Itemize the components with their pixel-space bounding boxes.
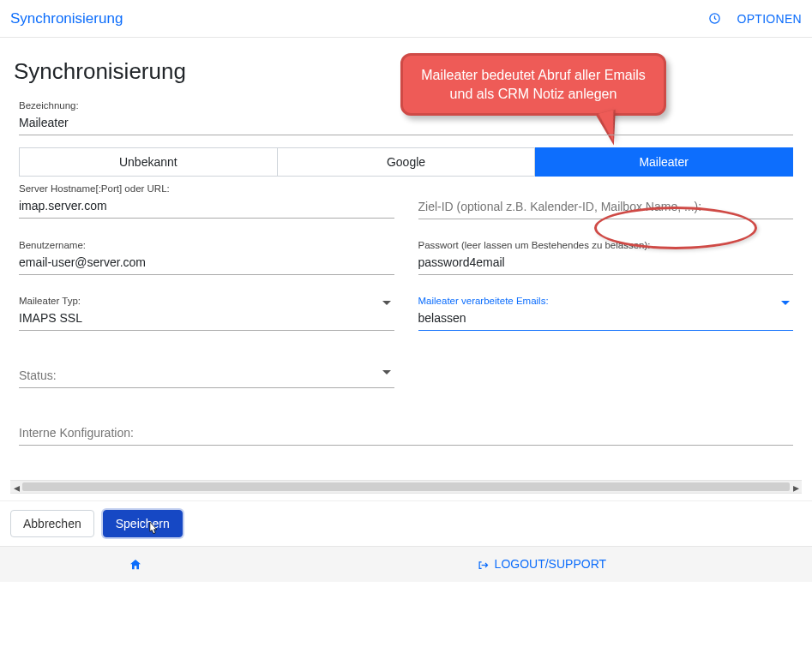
scroll-right-arrow-icon[interactable]: ▸ [790,481,802,494]
select-maileater-typ[interactable] [19,308,394,331]
label-verarbeitete-emails: Maileater verarbeitete Emails: [418,296,794,306]
logout-support-label: LOGOUT/SUPPORT [495,557,606,571]
field-bezeichnung: Bezeichnung: [19,100,793,135]
segment-google[interactable]: Google [278,147,536,177]
home-icon[interactable] [129,557,142,572]
annotation-callout-text: Maileater bedeutet Abruf aller Emails un… [421,68,645,101]
cancel-button[interactable]: Abbrechen [10,510,94,537]
scroll-left-arrow-icon[interactable]: ◂ [10,481,22,494]
save-button[interactable]: Speichern [103,510,183,537]
input-ziel-id[interactable] [418,196,794,219]
segment-unbekannt[interactable]: Unbekannt [19,147,278,177]
logout-support-link[interactable]: LOGOUT/SUPPORT [271,557,812,572]
type-segmented-control: Unbekannt Google Maileater [19,147,793,177]
input-benutzername[interactable] [19,252,394,275]
input-server[interactable] [19,195,394,219]
input-passwort[interactable] [418,252,794,275]
field-interne-konfiguration [19,422,793,446]
label-maileater-typ: Maileater Typ: [19,296,394,306]
field-server: Server Hostname[:Port] oder URL: [19,183,394,219]
logout-icon [477,557,490,572]
options-link[interactable]: OPTIONEN [737,12,802,26]
field-ziel-id [418,183,794,219]
input-bezeichnung[interactable] [19,112,793,135]
select-verarbeitete-emails[interactable] [418,308,794,331]
field-benutzername: Benutzername: [19,240,394,275]
horizontal-scrollbar[interactable]: ◂ ▸ [10,480,802,494]
form-area: Bezeichnung: Unbekannt Google Maileater … [10,100,802,446]
breadcrumb-title[interactable]: Synchronisierung [10,10,123,27]
field-verarbeitete-emails: Maileater verarbeitete Emails: [418,296,794,331]
footer-bar: LOGOUT/SUPPORT [0,546,812,582]
label-passwort: Passwort (leer lassen um Bestehendes zu … [418,240,794,250]
action-bar: Abbrechen Speichern [0,500,812,546]
input-interne-konfiguration[interactable] [19,422,793,446]
label-bezeichnung: Bezeichnung: [19,100,793,111]
label-benutzername: Benutzername: [19,240,394,250]
clock-icon[interactable] [707,12,721,26]
topbar: Synchronisierung OPTIONEN [0,0,812,38]
label-server: Server Hostname[:Port] oder URL: [19,183,394,194]
field-status [19,365,394,388]
field-maileater-typ: Maileater Typ: [19,296,394,331]
segment-maileater[interactable]: Maileater [535,147,793,177]
field-passwort: Passwort (leer lassen um Bestehendes zu … [418,240,794,275]
scroll-thumb[interactable] [22,482,790,491]
content-area: Synchronisierung Maileater bedeutet Abru… [0,38,812,500]
select-status[interactable] [19,365,394,388]
